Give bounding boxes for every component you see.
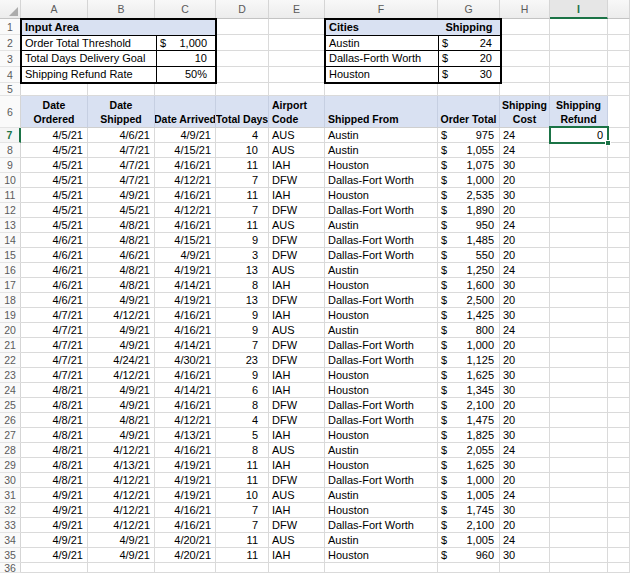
cell-empty[interactable] [500,19,550,35]
cell-total-days[interactable]: 6 [216,383,269,398]
cell-empty[interactable] [608,218,630,233]
cell-shipping-refund[interactable] [550,248,608,263]
cell-shipping-refund[interactable] [550,218,608,233]
cell-empty[interactable] [608,443,630,458]
input-label-order-total-threshold[interactable]: Order Total Threshold [22,36,156,52]
cell-empty[interactable] [608,473,630,488]
cell-order-total[interactable]: $1,075 [438,158,500,173]
cell-airport-code[interactable]: DFW [269,338,325,353]
cell-empty[interactable] [269,35,325,51]
cell-empty[interactable] [608,338,630,353]
cell-total-days[interactable]: 9 [216,233,269,248]
cell-date-shipped[interactable]: 4/6/21 [88,248,155,263]
cell-date-ordered[interactable]: 4/5/21 [21,173,88,188]
cell-shipping-refund[interactable] [550,263,608,278]
cell-shipping-refund[interactable] [550,338,608,353]
cell-order-total[interactable]: $1,425 [438,308,500,323]
cell-shipping-refund[interactable] [550,383,608,398]
fill-handle[interactable] [605,140,611,146]
city-cost-austin[interactable]: $ 24 [438,36,500,52]
cell-airport-code[interactable]: DFW [269,203,325,218]
cell-empty[interactable] [216,51,269,67]
cell-total-days[interactable]: 7 [216,338,269,353]
cell-date-arrived[interactable]: 4/12/21 [155,203,216,218]
cell-order-total[interactable]: $1,005 [438,533,500,548]
cell-date-ordered[interactable]: 4/7/21 [21,368,88,383]
cell-date-shipped[interactable]: 4/12/21 [88,308,155,323]
cell-shipping-refund[interactable] [550,503,608,518]
cell-date-ordered[interactable]: 4/6/21 [21,263,88,278]
cell-order-total[interactable]: $1,625 [438,458,500,473]
cell-date-arrived[interactable]: 4/16/21 [155,398,216,413]
header-shipping-cost[interactable]: ShippingCost [500,96,550,128]
cell-shipping-cost[interactable]: 24 [500,263,550,278]
cell-shipping-refund[interactable] [550,353,608,368]
input-label-total-days-delivery-goal[interactable]: Total Days Delivery Goal [22,51,156,67]
cell-date-shipped[interactable]: 4/9/21 [88,428,155,443]
cell-shipping-cost[interactable]: 24 [500,488,550,503]
cell-empty[interactable] [550,51,608,67]
row-header-24[interactable]: 24 [0,383,21,398]
cell-date-arrived[interactable]: 4/16/21 [155,368,216,383]
cell-airport-code[interactable]: DFW [269,248,325,263]
cell-date-ordered[interactable]: 4/7/21 [21,353,88,368]
cell-date-arrived[interactable]: 4/16/21 [155,503,216,518]
row-header-27[interactable]: 27 [0,428,21,443]
cell-date-ordered[interactable]: 4/5/21 [21,203,88,218]
cell-date-shipped[interactable]: 4/12/21 [88,473,155,488]
cell-airport-code[interactable]: DFW [269,518,325,533]
cell-order-total[interactable]: $1,000 [438,473,500,488]
cell-shipping-refund[interactable] [550,143,608,158]
cell-shipping-refund[interactable] [550,278,608,293]
cell-shipping-cost[interactable]: 30 [500,428,550,443]
cell-date-shipped[interactable]: 4/9/21 [88,383,155,398]
cell-shipping-refund[interactable] [550,488,608,503]
cell-empty[interactable] [216,563,269,573]
cell-empty[interactable] [500,51,550,67]
cell-airport-code[interactable]: IAH [269,278,325,293]
cell-date-shipped[interactable]: 4/8/21 [88,233,155,248]
cell-empty[interactable] [608,128,630,143]
cell-date-shipped[interactable]: 4/7/21 [88,158,155,173]
cell-empty[interactable] [216,19,269,35]
cell-date-ordered[interactable]: 4/9/21 [21,488,88,503]
cell-total-days[interactable]: 10 [216,143,269,158]
cell-shipping-cost[interactable]: 20 [500,248,550,263]
input-value-order-total-threshold[interactable]: $ 1,000 [156,36,215,52]
cell-shipping-cost[interactable]: 20 [500,398,550,413]
cell-shipping-refund[interactable] [550,158,608,173]
cell-empty[interactable] [550,563,608,573]
cell-empty[interactable] [88,563,155,573]
cell-empty[interactable] [608,19,630,35]
cell-date-shipped[interactable]: 4/12/21 [88,503,155,518]
cell-date-arrived[interactable]: 4/20/21 [155,533,216,548]
cell-empty[interactable] [21,563,88,573]
cell-shipping-refund[interactable] [550,308,608,323]
cell-empty[interactable] [608,203,630,218]
row-header-12[interactable]: 12 [0,203,21,218]
cell-total-days[interactable]: 11 [216,218,269,233]
cell-date-ordered[interactable]: 4/9/21 [21,518,88,533]
cell-shipping-cost[interactable]: 30 [500,188,550,203]
cell-airport-code[interactable]: AUS [269,143,325,158]
cell-airport-code[interactable]: IAH [269,458,325,473]
cell-order-total[interactable]: $1,485 [438,233,500,248]
cell-airport-code[interactable]: IAH [269,383,325,398]
header-order-total[interactable]: Order Total [438,96,500,128]
cell-shipping-cost[interactable]: 30 [500,548,550,563]
cell-shipping-cost[interactable]: 20 [500,203,550,218]
cell-empty[interactable] [608,488,630,503]
cell-empty[interactable] [608,293,630,308]
cell-empty[interactable] [216,35,269,51]
input-label-shipping-refund-rate[interactable]: Shipping Refund Rate [22,67,156,83]
row-header-4[interactable]: 4 [0,67,21,83]
column-header-h[interactable]: H [500,0,550,19]
cell-total-days[interactable]: 13 [216,293,269,308]
row-header-25[interactable]: 25 [0,398,21,413]
cell-shipped-from[interactable]: Austin [325,128,438,143]
input-value-total-days-delivery-goal[interactable]: 10 [156,51,215,67]
input-value-shipping-refund-rate[interactable]: 50% [156,67,215,83]
cities-shipping-header[interactable]: Shipping [438,20,500,36]
cell-shipping-cost[interactable]: 20 [500,518,550,533]
cell-total-days[interactable]: 11 [216,548,269,563]
